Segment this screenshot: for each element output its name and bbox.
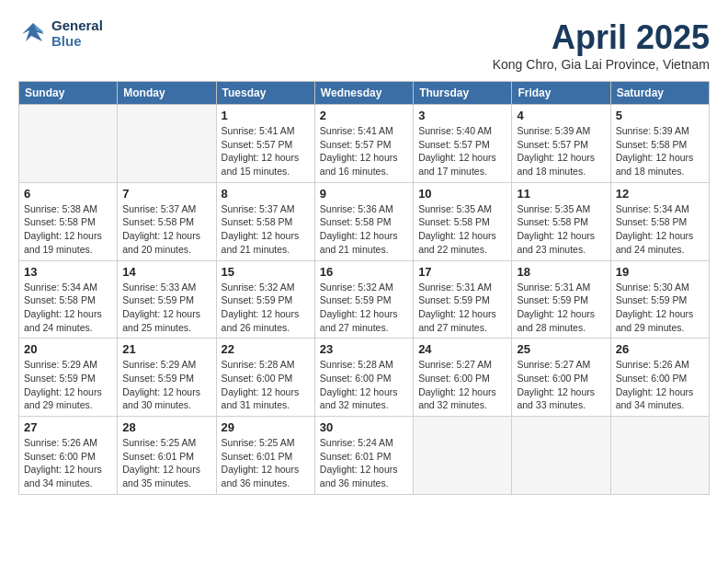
day-number: 20: [24, 342, 112, 356]
calendar-day-cell: 6 Sunrise: 5:38 AMSunset: 5:58 PMDayligh…: [19, 182, 118, 260]
calendar-day-cell: 27 Sunrise: 5:26 AMSunset: 6:00 PMDaylig…: [19, 417, 118, 495]
day-info: Sunrise: 5:26 AMSunset: 6:00 PMDaylight:…: [616, 358, 704, 412]
day-number: 15: [222, 265, 310, 279]
day-info: Sunrise: 5:31 AMSunset: 5:59 PMDaylight:…: [517, 281, 605, 335]
logo-text: General Blue: [51, 18, 103, 49]
day-number: 17: [418, 265, 506, 279]
day-info: Sunrise: 5:36 AMSunset: 5:58 PMDaylight:…: [320, 202, 408, 257]
day-info: Sunrise: 5:41 AMSunset: 5:57 PMDaylight:…: [222, 124, 310, 178]
day-info: Sunrise: 5:37 AMSunset: 5:58 PMDaylight:…: [122, 202, 210, 257]
calendar-day-cell: 22 Sunrise: 5:28 AMSunset: 6:00 PMDaylig…: [216, 339, 314, 417]
day-info: Sunrise: 5:35 AMSunset: 5:58 PMDaylight:…: [517, 202, 605, 257]
day-number: 27: [24, 420, 112, 434]
calendar-day-cell: 8 Sunrise: 5:37 AMSunset: 5:58 PMDayligh…: [216, 182, 314, 260]
day-number: 12: [616, 187, 704, 201]
calendar-day-cell: 16 Sunrise: 5:32 AMSunset: 5:59 PMDaylig…: [314, 260, 413, 339]
day-info: Sunrise: 5:32 AMSunset: 5:59 PMDaylight:…: [222, 281, 310, 335]
calendar-day-cell: 15 Sunrise: 5:32 AMSunset: 5:59 PMDaylig…: [216, 260, 314, 339]
day-info: Sunrise: 5:41 AMSunset: 5:57 PMDaylight:…: [320, 124, 408, 178]
month-year-title: April 2025: [493, 18, 710, 57]
day-number: 13: [24, 265, 112, 279]
calendar-day-cell: [118, 105, 216, 183]
day-number: 28: [122, 420, 210, 434]
calendar-week-row: 20 Sunrise: 5:29 AMSunset: 5:59 PMDaylig…: [19, 339, 710, 417]
weekday-header: Saturday: [610, 82, 709, 105]
calendar-day-cell: 3 Sunrise: 5:40 AMSunset: 5:57 PMDayligh…: [414, 105, 512, 183]
day-info: Sunrise: 5:27 AMSunset: 6:00 PMDaylight:…: [418, 358, 506, 412]
day-info: Sunrise: 5:25 AMSunset: 6:01 PMDaylight:…: [122, 436, 210, 490]
day-number: 9: [320, 187, 408, 201]
day-info: Sunrise: 5:31 AMSunset: 5:59 PMDaylight:…: [418, 281, 506, 335]
weekday-header: Wednesday: [314, 82, 413, 105]
calendar-day-cell: 10 Sunrise: 5:35 AMSunset: 5:58 PMDaylig…: [414, 182, 512, 260]
day-number: 10: [418, 187, 506, 201]
day-info: Sunrise: 5:25 AMSunset: 6:01 PMDaylight:…: [222, 436, 310, 490]
location-subtitle: Kong Chro, Gia Lai Province, Vietnam: [493, 57, 710, 72]
day-info: Sunrise: 5:39 AMSunset: 5:57 PMDaylight:…: [517, 124, 605, 178]
day-info: Sunrise: 5:27 AMSunset: 6:00 PMDaylight:…: [517, 358, 605, 412]
calendar-week-row: 13 Sunrise: 5:34 AMSunset: 5:58 PMDaylig…: [19, 260, 710, 339]
calendar-day-cell: [512, 417, 610, 495]
day-number: 21: [122, 342, 210, 356]
day-number: 11: [517, 187, 605, 201]
day-number: 8: [222, 187, 310, 201]
weekday-header: Sunday: [19, 82, 118, 105]
calendar-day-cell: 30 Sunrise: 5:24 AMSunset: 6:01 PMDaylig…: [314, 417, 413, 495]
calendar-day-cell: 24 Sunrise: 5:27 AMSunset: 6:00 PMDaylig…: [414, 339, 512, 417]
day-number: 23: [320, 342, 408, 356]
day-number: 24: [418, 342, 506, 356]
weekday-header: Tuesday: [216, 82, 314, 105]
calendar-header-row: SundayMondayTuesdayWednesdayThursdayFrid…: [19, 82, 710, 105]
calendar-week-row: 1 Sunrise: 5:41 AMSunset: 5:57 PMDayligh…: [19, 105, 710, 183]
day-info: Sunrise: 5:29 AMSunset: 5:59 PMDaylight:…: [24, 358, 112, 412]
calendar-day-cell: 13 Sunrise: 5:34 AMSunset: 5:58 PMDaylig…: [19, 260, 118, 339]
day-number: 14: [122, 265, 210, 279]
calendar-day-cell: 5 Sunrise: 5:39 AMSunset: 5:58 PMDayligh…: [610, 105, 709, 183]
calendar-day-cell: 21 Sunrise: 5:29 AMSunset: 5:59 PMDaylig…: [118, 339, 216, 417]
day-number: 29: [222, 420, 310, 434]
day-info: Sunrise: 5:34 AMSunset: 5:58 PMDaylight:…: [616, 202, 704, 257]
day-info: Sunrise: 5:33 AMSunset: 5:59 PMDaylight:…: [122, 281, 210, 335]
day-info: Sunrise: 5:37 AMSunset: 5:58 PMDaylight:…: [222, 202, 310, 257]
calendar-day-cell: [414, 417, 512, 495]
day-number: 25: [517, 342, 605, 356]
day-number: 30: [320, 420, 408, 434]
weekday-header: Thursday: [414, 82, 512, 105]
day-number: 19: [616, 265, 704, 279]
calendar-day-cell: 12 Sunrise: 5:34 AMSunset: 5:58 PMDaylig…: [610, 182, 709, 260]
calendar-day-cell: 2 Sunrise: 5:41 AMSunset: 5:57 PMDayligh…: [314, 105, 413, 183]
calendar-day-cell: 18 Sunrise: 5:31 AMSunset: 5:59 PMDaylig…: [512, 260, 610, 339]
day-number: 26: [616, 342, 704, 356]
day-info: Sunrise: 5:29 AMSunset: 5:59 PMDaylight:…: [122, 358, 210, 412]
calendar-day-cell: 17 Sunrise: 5:31 AMSunset: 5:59 PMDaylig…: [414, 260, 512, 339]
calendar-day-cell: 9 Sunrise: 5:36 AMSunset: 5:58 PMDayligh…: [314, 182, 413, 260]
day-info: Sunrise: 5:30 AMSunset: 5:59 PMDaylight:…: [616, 281, 704, 335]
day-info: Sunrise: 5:34 AMSunset: 5:58 PMDaylight:…: [24, 281, 112, 335]
logo: General Blue: [18, 18, 103, 49]
day-number: 1: [222, 109, 310, 122]
day-number: 16: [320, 265, 408, 279]
calendar-week-row: 6 Sunrise: 5:38 AMSunset: 5:58 PMDayligh…: [19, 182, 710, 260]
day-info: Sunrise: 5:28 AMSunset: 6:00 PMDaylight:…: [222, 358, 310, 412]
day-info: Sunrise: 5:32 AMSunset: 5:59 PMDaylight:…: [320, 281, 408, 335]
calendar-day-cell: 23 Sunrise: 5:28 AMSunset: 6:00 PMDaylig…: [314, 339, 413, 417]
day-info: Sunrise: 5:40 AMSunset: 5:57 PMDaylight:…: [418, 124, 506, 178]
calendar-day-cell: 20 Sunrise: 5:29 AMSunset: 5:59 PMDaylig…: [19, 339, 118, 417]
day-number: 22: [222, 342, 310, 356]
calendar-day-cell: [610, 417, 709, 495]
day-info: Sunrise: 5:35 AMSunset: 5:58 PMDaylight:…: [418, 202, 506, 257]
day-number: 7: [122, 187, 210, 201]
page-header: General Blue April 2025 Kong Chro, Gia L…: [18, 18, 710, 72]
calendar-day-cell: 26 Sunrise: 5:26 AMSunset: 6:00 PMDaylig…: [610, 339, 709, 417]
day-info: Sunrise: 5:38 AMSunset: 5:58 PMDaylight:…: [24, 202, 112, 257]
day-info: Sunrise: 5:39 AMSunset: 5:58 PMDaylight:…: [616, 124, 704, 178]
day-number: 6: [24, 187, 112, 201]
day-info: Sunrise: 5:24 AMSunset: 6:01 PMDaylight:…: [320, 436, 408, 490]
day-number: 18: [517, 265, 605, 279]
day-info: Sunrise: 5:26 AMSunset: 6:00 PMDaylight:…: [24, 436, 112, 490]
weekday-header: Friday: [512, 82, 610, 105]
calendar-week-row: 27 Sunrise: 5:26 AMSunset: 6:00 PMDaylig…: [19, 417, 710, 495]
day-number: 5: [616, 109, 704, 122]
calendar-day-cell: 14 Sunrise: 5:33 AMSunset: 5:59 PMDaylig…: [118, 260, 216, 339]
calendar-day-cell: [19, 105, 118, 183]
